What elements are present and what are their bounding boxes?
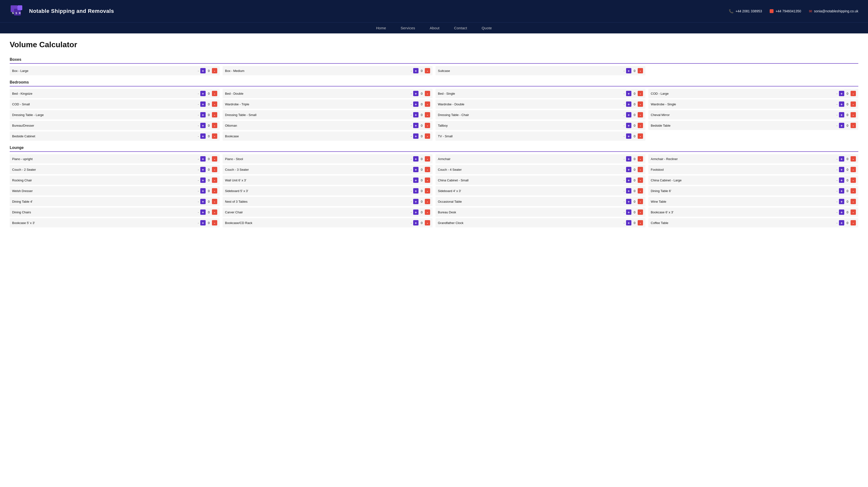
increment-button[interactable]: + <box>839 199 844 204</box>
increment-button[interactable]: + <box>839 123 844 128</box>
decrement-button[interactable]: - <box>212 91 217 96</box>
nav-contact[interactable]: Contact <box>454 26 467 30</box>
decrement-button[interactable]: - <box>212 188 217 193</box>
decrement-button[interactable]: - <box>212 133 217 139</box>
increment-button[interactable]: + <box>626 156 631 161</box>
decrement-button[interactable]: - <box>425 156 430 161</box>
increment-button[interactable]: + <box>839 112 844 117</box>
decrement-button[interactable]: - <box>638 178 643 183</box>
decrement-button[interactable]: - <box>425 210 430 215</box>
increment-button[interactable]: + <box>413 167 418 172</box>
decrement-button[interactable]: - <box>850 167 856 172</box>
increment-button[interactable]: + <box>839 188 844 193</box>
increment-button[interactable]: + <box>200 123 206 128</box>
increment-button[interactable]: + <box>200 101 206 107</box>
increment-button[interactable]: + <box>200 167 206 172</box>
increment-button[interactable]: + <box>200 133 206 139</box>
increment-button[interactable]: + <box>626 178 631 183</box>
increment-button[interactable]: + <box>200 112 206 117</box>
increment-button[interactable]: + <box>626 123 631 128</box>
increment-button[interactable]: + <box>200 156 206 161</box>
decrement-button[interactable]: - <box>212 210 217 215</box>
decrement-button[interactable]: - <box>850 210 856 215</box>
increment-button[interactable]: + <box>626 167 631 172</box>
decrement-button[interactable]: - <box>850 91 856 96</box>
increment-button[interactable]: + <box>839 101 844 107</box>
decrement-button[interactable]: - <box>850 156 856 161</box>
increment-button[interactable]: + <box>200 210 206 215</box>
increment-button[interactable]: + <box>626 68 631 73</box>
increment-button[interactable]: + <box>200 91 206 96</box>
decrement-button[interactable]: - <box>638 123 643 128</box>
nav-quote[interactable]: Quote <box>482 26 492 30</box>
increment-button[interactable]: + <box>200 178 206 183</box>
decrement-button[interactable]: - <box>850 178 856 183</box>
decrement-button[interactable]: - <box>425 220 430 225</box>
nav-home[interactable]: Home <box>376 26 386 30</box>
increment-button[interactable]: + <box>413 101 418 107</box>
decrement-button[interactable]: - <box>638 167 643 172</box>
decrement-button[interactable]: - <box>425 188 430 193</box>
increment-button[interactable]: + <box>839 178 844 183</box>
increment-button[interactable]: + <box>413 156 418 161</box>
increment-button[interactable]: + <box>626 112 631 117</box>
increment-button[interactable]: + <box>413 123 418 128</box>
increment-button[interactable]: + <box>413 178 418 183</box>
increment-button[interactable]: + <box>626 199 631 204</box>
decrement-button[interactable]: - <box>425 123 430 128</box>
decrement-button[interactable]: - <box>638 133 643 139</box>
increment-button[interactable]: + <box>626 210 631 215</box>
increment-button[interactable]: + <box>200 199 206 204</box>
decrement-button[interactable]: - <box>638 199 643 204</box>
increment-button[interactable]: + <box>413 91 418 96</box>
increment-button[interactable]: + <box>200 220 206 225</box>
decrement-button[interactable]: - <box>212 199 217 204</box>
increment-button[interactable]: + <box>200 188 206 193</box>
increment-button[interactable]: + <box>626 101 631 107</box>
decrement-button[interactable]: - <box>638 210 643 215</box>
increment-button[interactable]: + <box>839 220 844 225</box>
increment-button[interactable]: + <box>413 133 418 139</box>
increment-button[interactable]: + <box>626 133 631 139</box>
increment-button[interactable]: + <box>626 188 631 193</box>
decrement-button[interactable]: - <box>212 68 217 73</box>
decrement-button[interactable]: - <box>638 220 643 225</box>
decrement-button[interactable]: - <box>850 112 856 117</box>
increment-button[interactable]: + <box>839 167 844 172</box>
increment-button[interactable]: + <box>839 91 844 96</box>
decrement-button[interactable]: - <box>850 123 856 128</box>
nav-services[interactable]: Services <box>401 26 415 30</box>
decrement-button[interactable]: - <box>425 178 430 183</box>
decrement-button[interactable]: - <box>638 112 643 117</box>
nav-about[interactable]: About <box>430 26 440 30</box>
increment-button[interactable]: + <box>413 188 418 193</box>
decrement-button[interactable]: - <box>212 112 217 117</box>
decrement-button[interactable]: - <box>212 178 217 183</box>
decrement-button[interactable]: - <box>850 101 856 107</box>
decrement-button[interactable]: - <box>850 220 856 225</box>
decrement-button[interactable]: - <box>850 199 856 204</box>
decrement-button[interactable]: - <box>638 68 643 73</box>
increment-button[interactable]: + <box>413 112 418 117</box>
decrement-button[interactable]: - <box>425 112 430 117</box>
decrement-button[interactable]: - <box>212 123 217 128</box>
decrement-button[interactable]: - <box>425 101 430 107</box>
increment-button[interactable]: + <box>839 156 844 161</box>
decrement-button[interactable]: - <box>425 133 430 139</box>
increment-button[interactable]: + <box>839 210 844 215</box>
decrement-button[interactable]: - <box>425 91 430 96</box>
decrement-button[interactable]: - <box>212 167 217 172</box>
decrement-button[interactable]: - <box>212 220 217 225</box>
increment-button[interactable]: + <box>626 91 631 96</box>
increment-button[interactable]: + <box>413 220 418 225</box>
decrement-button[interactable]: - <box>425 68 430 73</box>
decrement-button[interactable]: - <box>638 188 643 193</box>
decrement-button[interactable]: - <box>638 101 643 107</box>
increment-button[interactable]: + <box>413 68 418 73</box>
decrement-button[interactable]: - <box>425 167 430 172</box>
decrement-button[interactable]: - <box>638 91 643 96</box>
decrement-button[interactable]: - <box>425 199 430 204</box>
decrement-button[interactable]: - <box>212 101 217 107</box>
decrement-button[interactable]: - <box>638 156 643 161</box>
increment-button[interactable]: + <box>413 210 418 215</box>
